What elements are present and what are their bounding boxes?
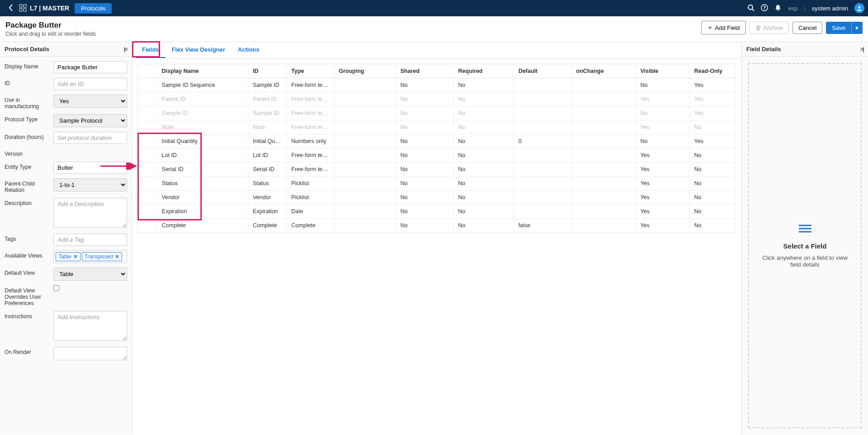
table-cell[interactable]: Lot ID	[157, 148, 248, 163]
table-header[interactable]: Shared	[396, 64, 454, 78]
table-cell[interactable]: Free-form text entry	[287, 120, 334, 134]
table-header[interactable]: ID	[248, 64, 286, 78]
table-cell[interactable]	[138, 219, 157, 233]
table-cell[interactable]: Free-form text entry	[287, 78, 334, 92]
table-cell[interactable]: Complete	[157, 219, 248, 233]
table-cell[interactable]	[334, 191, 396, 205]
back-button[interactable]	[4, 4, 19, 13]
help-icon[interactable]: ?	[761, 4, 768, 13]
table-cell[interactable]: Complete	[287, 219, 334, 233]
table-cell[interactable]: Complete	[248, 219, 286, 233]
table-cell[interactable]	[571, 120, 636, 134]
table-cell[interactable]: Yes	[636, 205, 689, 219]
table-cell[interactable]: No	[396, 92, 454, 106]
table-cell[interactable]	[514, 148, 572, 163]
table-cell[interactable]: Status	[248, 177, 286, 191]
table-cell[interactable]	[138, 78, 157, 92]
table-row[interactable]: ExpirationExpirationDateNoNoYesNo	[138, 205, 736, 219]
table-cell[interactable]: No	[689, 120, 735, 134]
use-manufacturing-select[interactable]: Yes	[53, 95, 127, 108]
instructions-input[interactable]	[53, 311, 127, 341]
table-cell[interactable]: No	[396, 120, 454, 134]
default-view-select[interactable]: Table	[53, 268, 127, 281]
tab-fields[interactable]: Fields	[136, 42, 166, 58]
table-cell[interactable]: No	[453, 205, 513, 219]
table-cell[interactable]: Yes	[636, 120, 689, 134]
table-cell[interactable]: Vendor	[248, 191, 286, 205]
table-cell[interactable]: Numbers only	[287, 134, 334, 148]
table-cell[interactable]	[334, 92, 396, 106]
tab-flex-view-designer[interactable]: Flex View Designer	[166, 42, 232, 58]
table-cell[interactable]: No	[453, 148, 513, 163]
section-pill[interactable]: Protocols	[75, 3, 112, 14]
table-cell[interactable]	[571, 163, 636, 177]
table-cell[interactable]: No	[396, 191, 454, 205]
table-cell[interactable]: Initial Quantity	[248, 134, 286, 148]
table-cell[interactable]	[571, 205, 636, 219]
table-cell[interactable]: No	[453, 120, 513, 134]
table-cell[interactable]: Status	[157, 177, 248, 191]
table-cell[interactable]: Free-form text entry	[287, 148, 334, 163]
table-cell[interactable]: Vendor	[157, 191, 248, 205]
table-cell[interactable]: Free-form text entry	[287, 106, 334, 120]
chip-remove-icon[interactable]: ✕	[115, 253, 119, 260]
table-cell[interactable]: Serial ID	[157, 163, 248, 177]
display-name-input[interactable]	[53, 61, 127, 73]
table-header[interactable]: onChange	[571, 64, 636, 78]
search-icon[interactable]	[747, 4, 754, 13]
tab-actions[interactable]: Actions	[232, 42, 266, 58]
table-row[interactable]: NoteNoteFree-form text entryNoNoYesNo	[138, 120, 736, 134]
table-cell[interactable]: No	[636, 134, 689, 148]
table-cell[interactable]: No	[689, 205, 735, 219]
table-cell[interactable]: Sample ID	[157, 106, 248, 120]
table-cell[interactable]: Parent ID	[157, 92, 248, 106]
table-cell[interactable]: No	[689, 191, 735, 205]
table-cell[interactable]: Parent ID	[248, 92, 286, 106]
table-cell[interactable]: Sample ID	[248, 106, 286, 120]
table-cell[interactable]	[138, 92, 157, 106]
add-field-button[interactable]: ＋Add Field	[701, 21, 746, 34]
available-views-chips[interactable]: Table✕ Transposed✕	[53, 250, 127, 263]
table-cell[interactable]	[514, 78, 572, 92]
table-cell[interactable]	[514, 120, 572, 134]
table-cell[interactable]	[138, 120, 157, 134]
table-cell[interactable]	[571, 219, 636, 233]
table-cell[interactable]: Lot ID	[248, 148, 286, 163]
table-cell[interactable]	[571, 92, 636, 106]
table-cell[interactable]	[571, 191, 636, 205]
table-cell[interactable]: Yes	[636, 177, 689, 191]
table-cell[interactable]: No	[396, 163, 454, 177]
chip-remove-icon[interactable]: ✕	[73, 253, 78, 260]
table-cell[interactable]: Note	[157, 120, 248, 134]
table-cell[interactable]: No	[689, 163, 735, 177]
entity-type-input[interactable]	[53, 162, 127, 174]
table-header[interactable]	[138, 64, 157, 78]
duration-input[interactable]	[53, 132, 127, 144]
table-cell[interactable]: Yes	[689, 92, 735, 106]
table-cell[interactable]: Initial Quantity	[157, 134, 248, 148]
default-override-checkbox[interactable]	[53, 285, 59, 291]
table-header[interactable]: Display Name	[157, 64, 248, 78]
save-dropdown-button[interactable]: ▾	[851, 22, 863, 34]
table-cell[interactable]: Yes	[689, 78, 735, 92]
cancel-button[interactable]: Cancel	[792, 22, 822, 34]
table-cell[interactable]: No	[453, 106, 513, 120]
table-cell[interactable]: Sample ID Sequence	[157, 78, 248, 92]
table-cell[interactable]: No	[396, 106, 454, 120]
table-cell[interactable]: Yes	[636, 219, 689, 233]
id-input[interactable]	[53, 78, 127, 90]
table-row[interactable]: Initial QuantityInitial QuantityNumbers …	[138, 134, 736, 148]
table-cell[interactable]: Free-form text entry	[287, 92, 334, 106]
table-row[interactable]: VendorVendorPicklistNoNoYesNo	[138, 191, 736, 205]
description-input[interactable]	[53, 198, 127, 228]
table-cell[interactable]	[334, 219, 396, 233]
table-header[interactable]: Read-Only	[689, 64, 735, 78]
table-cell[interactable]	[571, 106, 636, 120]
table-header[interactable]: Type	[287, 64, 334, 78]
table-cell[interactable]: Yes	[636, 92, 689, 106]
table-cell[interactable]: Yes	[689, 134, 735, 148]
table-cell[interactable]: No	[396, 148, 454, 163]
table-cell[interactable]	[334, 148, 396, 163]
table-row[interactable]: Sample IDSample IDFree-form text entryNo…	[138, 106, 736, 120]
table-cell[interactable]	[138, 177, 157, 191]
